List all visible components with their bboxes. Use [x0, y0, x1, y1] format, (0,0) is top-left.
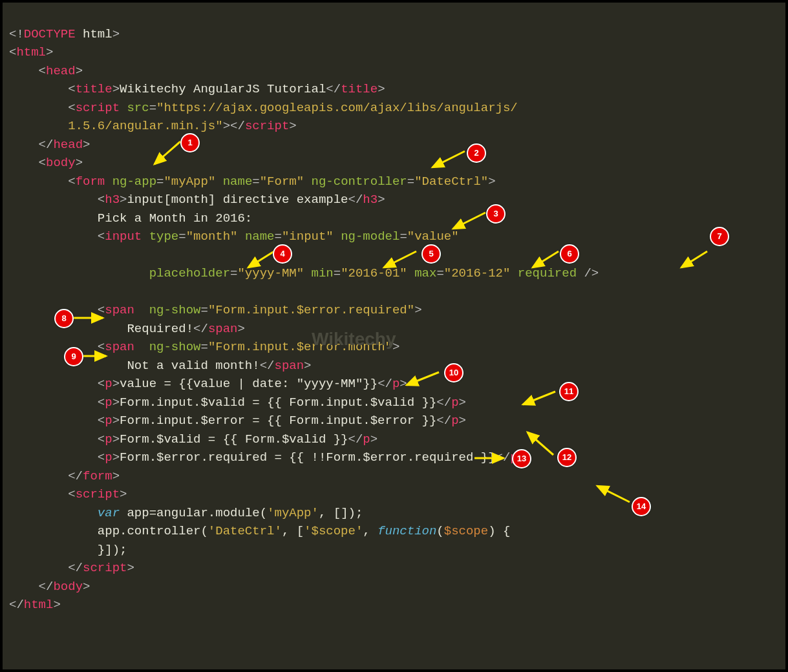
function-keyword: function: [378, 524, 436, 538]
ngshow1-attr: ng-show: [149, 303, 201, 317]
p2-end-tag: p: [451, 395, 458, 410]
space: [120, 101, 127, 115]
arrow-10: [400, 369, 445, 392]
svg-line-3: [453, 213, 485, 229]
close-text: }]);: [98, 543, 127, 557]
input-open: <: [98, 229, 105, 244]
name-val: "Form": [260, 174, 304, 189]
controller-text2: , [: [282, 524, 304, 538]
body-end-tag: body: [53, 580, 83, 594]
name-attr2: name: [245, 229, 275, 244]
name-attr: name: [223, 174, 253, 189]
svg-line-14: [597, 486, 630, 502]
body-close: >: [76, 156, 83, 170]
title-end-close: >: [378, 82, 385, 96]
svg-line-12: [527, 432, 553, 455]
script2-tag: script: [76, 487, 120, 501]
h3-end-tag: h3: [363, 193, 378, 207]
placeholder-attr: placeholder: [149, 266, 230, 280]
p3-end-tag: p: [451, 414, 458, 428]
sp: [134, 303, 149, 317]
span1-end-open: </: [193, 322, 208, 336]
title-open: <: [68, 82, 75, 96]
eq: =: [156, 174, 164, 189]
ngmodel-attr: ng-model: [341, 229, 399, 244]
type-attr: type: [149, 229, 179, 244]
max-val: "2016-12": [444, 266, 511, 280]
badge-1: 1: [180, 133, 200, 152]
html-end-open: </: [9, 598, 24, 612]
controller-text3: ,: [363, 524, 378, 538]
scope-param: $scope: [444, 524, 488, 538]
arrow-5: [378, 248, 423, 274]
doctype-close: >: [112, 27, 120, 41]
controller-text4: (: [436, 524, 443, 538]
badge-12: 12: [557, 448, 577, 467]
arrow-6: [526, 248, 565, 274]
h3-tag: h3: [105, 193, 120, 207]
head-open-bracket: <: [39, 64, 46, 78]
svg-line-7: [681, 251, 707, 268]
required-text: Required!: [127, 322, 193, 336]
title-tag: title: [76, 82, 112, 96]
p3-close: >: [112, 414, 120, 428]
arrow-14: [591, 483, 636, 509]
badge-6: 6: [560, 244, 579, 264]
svg-line-1: [154, 142, 180, 164]
code-block: <!DOCTYPE html> <html> <head> <title>Wik…: [3, 3, 785, 618]
p4-end-close: >: [370, 432, 378, 446]
sp: [105, 174, 112, 189]
span1-end-close: >: [237, 322, 244, 336]
script2-open: <: [68, 487, 75, 501]
src-attr: src: [127, 101, 149, 115]
doctype-text: html: [76, 27, 112, 41]
scope-string: '$scope': [304, 524, 363, 538]
svg-line-5: [384, 251, 416, 268]
arrow-2: [426, 148, 471, 174]
h3-end-close: >: [378, 193, 385, 207]
type-val: "month": [186, 229, 238, 244]
script2-end-close: >: [127, 561, 134, 575]
span2-end-tag: span: [274, 359, 304, 373]
p3-tag: p: [105, 414, 112, 428]
arrow-3: [447, 209, 492, 235]
h3-end-open: </: [348, 193, 363, 207]
ngapp-val: "myApp": [164, 174, 215, 189]
p4-end-open: </: [348, 432, 363, 446]
input-selfclose: />: [577, 266, 599, 280]
p4-close: >: [112, 432, 120, 446]
arrow-13: [471, 452, 510, 465]
svg-line-4: [248, 251, 274, 268]
form-tag: form: [76, 174, 105, 189]
head-close-bracket: >: [76, 64, 83, 78]
controller-text: app.controller(: [98, 524, 208, 538]
badge-8: 8: [54, 309, 74, 328]
min-attr: min: [312, 266, 334, 280]
doctype-open: <!: [9, 27, 24, 41]
p2-tag: p: [105, 395, 112, 410]
badge-11: 11: [559, 382, 579, 401]
pick-text: Pick a Month in 2016:: [98, 211, 252, 226]
span1-tag: span: [105, 303, 134, 317]
code-screenshot-frame: <!DOCTYPE html> <html> <head> <title>Wik…: [0, 0, 788, 672]
app-text2: , []);: [319, 506, 363, 520]
arrow-7: [675, 248, 714, 274]
script-end-tag: script: [245, 119, 289, 133]
badge-2: 2: [467, 143, 486, 163]
span2-end-close: >: [304, 359, 311, 373]
script-close: >: [223, 119, 230, 133]
ngapp-attr: ng-app: [112, 174, 156, 189]
span1-end-tag: span: [208, 322, 238, 336]
p3-open: <: [98, 414, 105, 428]
svg-line-10: [407, 372, 439, 385]
head-tag: head: [46, 64, 76, 78]
body-end-open: </: [39, 580, 54, 594]
html-end-close: >: [53, 598, 60, 612]
p5-close: >: [112, 450, 120, 465]
controller-text5: ) {: [488, 524, 510, 538]
ngcontroller-attr: ng-controller: [312, 174, 407, 189]
span2-end-open: </: [260, 359, 275, 373]
head-end-tag: head: [53, 138, 83, 152]
script2-end-tag: script: [83, 561, 127, 575]
p2-close: >: [112, 395, 120, 410]
